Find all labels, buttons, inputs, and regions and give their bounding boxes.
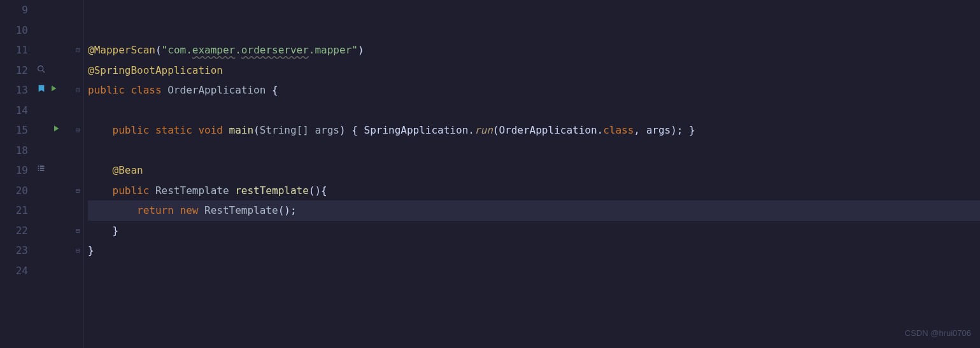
line-number-gutter: 910111213141518192021222324 xyxy=(0,0,34,348)
code-token: ( xyxy=(155,40,162,60)
code-token xyxy=(88,181,113,201)
line-number[interactable]: 24 xyxy=(0,261,28,281)
gutter-icon-row xyxy=(34,60,73,81)
fold-collapse-icon[interactable]: ⊟ xyxy=(76,240,80,261)
svg-rect-3 xyxy=(40,165,45,167)
gutter-icon-row xyxy=(34,261,73,281)
line-number[interactable]: 21 xyxy=(0,200,28,221)
code-token: . xyxy=(235,40,241,60)
fold-toggle xyxy=(73,261,83,281)
gutter-icon-row xyxy=(34,200,73,221)
line-number[interactable]: 10 xyxy=(0,20,28,41)
code-token: public static void xyxy=(113,120,229,141)
line-number[interactable]: 11 xyxy=(0,40,28,60)
code-line[interactable] xyxy=(88,0,980,20)
code-token xyxy=(88,221,113,241)
code-token: args xyxy=(315,120,339,141)
code-token: @Bean xyxy=(113,160,143,181)
run-icon[interactable] xyxy=(52,120,60,141)
gutter-icon-row xyxy=(34,40,73,60)
code-token: public class xyxy=(88,80,167,101)
svg-line-1 xyxy=(43,70,45,72)
fold-toggle[interactable]: ⊟ xyxy=(73,80,83,101)
gutter-icon-row xyxy=(34,20,73,41)
fold-toggle[interactable]: ⊞ xyxy=(73,120,83,141)
line-number[interactable]: 12 xyxy=(0,60,28,81)
fold-toggle xyxy=(73,60,83,81)
code-area[interactable]: @MapperScan("com.examper.orderserver.map… xyxy=(84,0,980,348)
gutter-icon-row xyxy=(34,120,73,141)
code-token: ( xyxy=(253,120,260,141)
code-line[interactable] xyxy=(88,141,980,161)
code-token: (OrderApplication. xyxy=(493,120,603,141)
code-line[interactable]: } xyxy=(88,221,980,241)
code-line[interactable] xyxy=(88,101,980,121)
line-number[interactable]: 23 xyxy=(0,240,28,261)
svg-rect-4 xyxy=(38,168,39,169)
fold-collapse-icon[interactable]: ⊟ xyxy=(76,80,80,101)
svg-rect-6 xyxy=(38,170,39,171)
code-line[interactable] xyxy=(88,261,980,281)
code-line[interactable]: public static void main(String[] args) {… xyxy=(88,120,980,141)
code-token: main xyxy=(229,120,254,141)
gutter-icon-row xyxy=(34,240,73,261)
fold-toggle xyxy=(73,20,83,41)
code-token: class xyxy=(603,120,634,141)
gutter-icon-row xyxy=(34,160,73,181)
bookmark-icon[interactable] xyxy=(37,80,46,101)
code-token xyxy=(88,120,113,141)
code-token xyxy=(88,160,113,181)
code-token: examper xyxy=(192,40,235,60)
fold-toggle[interactable]: ⊟ xyxy=(73,240,83,261)
code-line[interactable]: @SpringBootApplication xyxy=(88,60,980,81)
fold-toggle[interactable]: ⊟ xyxy=(73,221,83,241)
fold-toggle[interactable]: ⊟ xyxy=(73,40,83,60)
fold-column: ⊟⊟⊞⊟⊟⊟ xyxy=(73,0,84,348)
code-line[interactable]: public class OrderApplication { xyxy=(88,80,980,101)
fold-toggle xyxy=(73,101,83,121)
line-number[interactable]: 19 xyxy=(0,160,28,181)
line-number[interactable]: 13 xyxy=(0,80,28,101)
code-token: return new xyxy=(137,200,204,221)
svg-point-0 xyxy=(38,66,43,71)
svg-rect-7 xyxy=(40,170,45,171)
code-line[interactable]: @MapperScan("com.examper.orderserver.map… xyxy=(88,40,980,60)
code-line[interactable]: } xyxy=(88,240,980,261)
svg-rect-2 xyxy=(38,165,39,167)
code-line[interactable]: return new RestTemplate(); xyxy=(88,200,980,221)
code-token: "com. xyxy=(162,40,192,60)
code-token: { xyxy=(352,120,364,141)
code-token: .mapper" xyxy=(309,40,358,60)
code-editor: 910111213141518192021222324 ⊟⊟⊞⊟⊟⊟ @Mapp… xyxy=(0,0,980,348)
run-icon[interactable] xyxy=(50,80,57,101)
override-icon[interactable] xyxy=(37,160,45,181)
fold-collapse-icon[interactable]: ⊟ xyxy=(76,221,80,241)
line-number[interactable]: 18 xyxy=(0,141,28,161)
fold-toggle xyxy=(73,160,83,181)
gutter-icon-column xyxy=(34,0,73,348)
code-token: , args); xyxy=(634,120,689,141)
line-number[interactable]: 14 xyxy=(0,101,28,121)
fold-collapse-icon[interactable]: ⊟ xyxy=(76,181,80,201)
fold-toggle xyxy=(73,0,83,20)
code-token: SpringApplication. xyxy=(364,120,474,141)
fold-expand-icon[interactable]: ⊞ xyxy=(76,120,80,141)
search-icon[interactable] xyxy=(37,60,45,81)
line-number[interactable]: 20 xyxy=(0,181,28,201)
fold-collapse-icon[interactable]: ⊟ xyxy=(76,40,80,60)
code-token: { xyxy=(272,80,278,101)
fold-toggle[interactable]: ⊟ xyxy=(73,181,83,201)
line-number[interactable]: 15 xyxy=(0,120,28,141)
code-line[interactable]: @Bean xyxy=(88,160,980,181)
line-number[interactable]: 9 xyxy=(0,0,28,20)
code-token: public xyxy=(113,181,155,201)
svg-rect-5 xyxy=(40,168,45,169)
fold-toggle xyxy=(73,141,83,161)
code-line[interactable] xyxy=(88,20,980,41)
code-token: OrderApplication xyxy=(167,80,272,101)
gutter-icon-row xyxy=(34,181,73,201)
code-token: (); xyxy=(278,200,297,221)
gutter-icon-row xyxy=(34,80,73,101)
code-line[interactable]: public RestTemplate restTemplate(){ xyxy=(88,181,980,201)
line-number[interactable]: 22 xyxy=(0,221,28,241)
